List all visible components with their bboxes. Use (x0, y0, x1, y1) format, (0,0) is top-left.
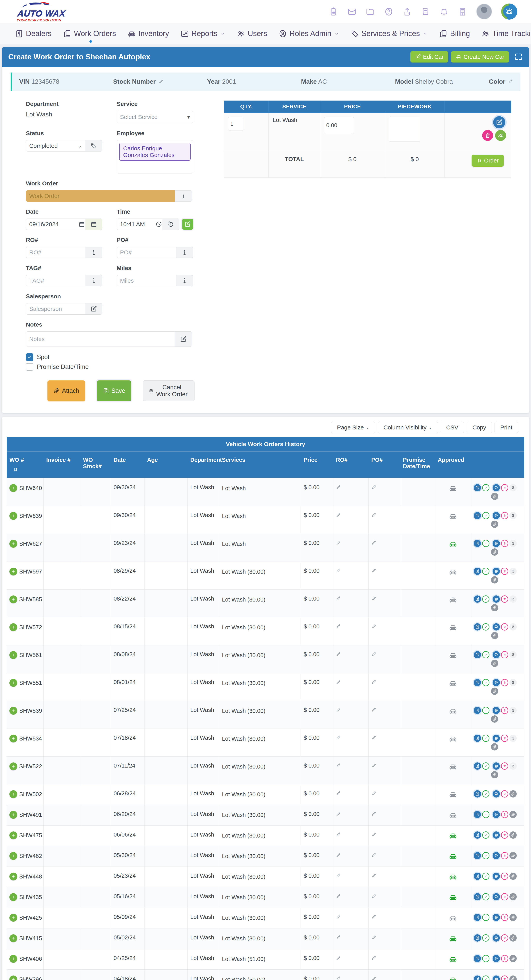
row-edit-button[interactable] (474, 679, 481, 686)
approved-car-icon[interactable] (448, 595, 458, 604)
row-check-button[interactable] (482, 811, 490, 818)
approved-car-icon[interactable] (448, 679, 458, 687)
employee-box[interactable]: Carlos Enrique Gonzales Gonzales (117, 140, 193, 173)
nav-item-users[interactable]: Users (236, 27, 268, 40)
promise-checkbox[interactable] (26, 363, 33, 371)
po-edit-icon[interactable] (372, 595, 377, 601)
row-check-button[interactable] (482, 893, 490, 900)
row-print-button[interactable] (493, 914, 500, 921)
row-edit-button[interactable] (474, 852, 481, 859)
row-trash-button[interactable] (501, 873, 508, 880)
expand-row-icon[interactable] (10, 679, 17, 687)
po-edit-icon[interactable] (372, 811, 377, 816)
row-clip-button[interactable] (509, 873, 517, 880)
approved-car-icon[interactable] (448, 873, 458, 881)
row-trash-button[interactable] (501, 934, 508, 942)
clipboard-icon[interactable] (329, 7, 338, 16)
row-clip-button[interactable] (491, 549, 498, 556)
approved-car-icon[interactable] (448, 893, 458, 902)
row-print-button[interactable] (493, 975, 500, 980)
row-print-button[interactable] (493, 568, 500, 575)
miles-info-button[interactable] (176, 275, 193, 286)
po-edit-icon[interactable] (372, 735, 377, 740)
service-select[interactable]: Select Service▾ (117, 111, 193, 123)
row-trash-button[interactable] (501, 623, 508, 630)
nav-item-services-prices[interactable]: Services & Prices (349, 27, 429, 40)
approved-car-icon[interactable] (448, 484, 458, 493)
row-edit-button[interactable] (474, 955, 481, 962)
order-button[interactable]: Order (472, 154, 504, 167)
row-trash-button[interactable] (501, 955, 508, 962)
attach-button[interactable]: Attach (48, 380, 85, 401)
ro-edit-icon[interactable] (336, 955, 341, 960)
row-clip-button[interactable] (491, 743, 498, 751)
mail-icon[interactable] (347, 7, 357, 16)
edit-pencil-icon[interactable] (159, 79, 164, 84)
tag-info-button[interactable] (85, 275, 102, 286)
ro-edit-icon[interactable] (336, 914, 341, 919)
user-avatar[interactable] (476, 4, 492, 19)
approved-car-icon[interactable] (448, 914, 458, 923)
expand-row-icon[interactable] (10, 790, 17, 798)
row-trash-button[interactable] (501, 540, 508, 547)
approved-car-icon[interactable] (448, 540, 458, 549)
row-trash-button[interactable] (501, 893, 508, 900)
row-print-button[interactable] (493, 623, 500, 630)
po-edit-icon[interactable] (372, 679, 377, 684)
row-clip-button[interactable] (509, 914, 517, 921)
approved-car-icon[interactable] (448, 651, 458, 660)
row-edit-button[interactable] (474, 651, 481, 659)
approved-car-icon[interactable] (448, 512, 458, 520)
approved-car-icon[interactable] (448, 831, 458, 840)
ro-edit-icon[interactable] (336, 873, 341, 878)
ro-edit-icon[interactable] (336, 568, 341, 573)
row-pin-button[interactable] (509, 707, 517, 714)
approved-car-icon[interactable] (448, 707, 458, 715)
date-picker-button[interactable] (85, 218, 102, 230)
po-edit-icon[interactable] (372, 893, 377, 899)
po-edit-icon[interactable] (372, 651, 377, 657)
approved-car-icon[interactable] (448, 811, 458, 819)
row-trash-button[interactable] (501, 651, 508, 659)
expand-row-icon[interactable] (10, 623, 17, 631)
service-delete-button[interactable] (482, 130, 493, 141)
dealer-car-badge[interactable] (501, 3, 517, 20)
nav-item-work-orders[interactable]: Work Orders (62, 27, 117, 40)
row-pin-button[interactable] (509, 679, 517, 686)
row-check-button[interactable] (482, 540, 490, 547)
row-edit-button[interactable] (474, 623, 481, 630)
upload-icon[interactable] (403, 7, 412, 16)
row-check-button[interactable] (482, 679, 490, 686)
ro-edit-icon[interactable] (336, 623, 341, 629)
row-clip-button[interactable] (509, 811, 517, 818)
row-edit-button[interactable] (474, 873, 481, 880)
row-edit-button[interactable] (474, 512, 481, 519)
ro-edit-icon[interactable] (336, 595, 341, 601)
row-check-button[interactable] (482, 484, 490, 492)
row-print-button[interactable] (493, 831, 500, 839)
csv-button[interactable]: CSV (441, 422, 464, 433)
po-edit-icon[interactable] (372, 914, 377, 919)
nav-item-reports[interactable]: Reports (179, 27, 226, 40)
row-trash-button[interactable] (501, 975, 508, 980)
row-trash-button[interactable] (501, 762, 508, 770)
row-edit-button[interactable] (474, 893, 481, 900)
ro-edit-icon[interactable] (336, 484, 341, 490)
row-check-button[interactable] (482, 790, 490, 797)
nav-item-inventory[interactable]: Inventory (126, 27, 170, 40)
row-trash-button[interactable] (501, 811, 508, 818)
book-icon[interactable] (421, 7, 430, 16)
expand-row-icon[interactable] (10, 568, 17, 576)
work-order-info-button[interactable] (175, 190, 192, 202)
row-check-button[interactable] (482, 512, 490, 519)
bell-icon[interactable] (439, 7, 449, 16)
row-check-button[interactable] (482, 873, 490, 880)
row-print-button[interactable] (493, 540, 500, 547)
ro-edit-icon[interactable] (336, 790, 341, 796)
row-pin-button[interactable] (509, 568, 517, 575)
row-trash-button[interactable] (501, 707, 508, 714)
row-print-button[interactable] (493, 707, 500, 714)
expand-row-icon[interactable] (10, 893, 17, 901)
expand-row-icon[interactable] (10, 707, 17, 714)
po-edit-icon[interactable] (372, 512, 377, 517)
